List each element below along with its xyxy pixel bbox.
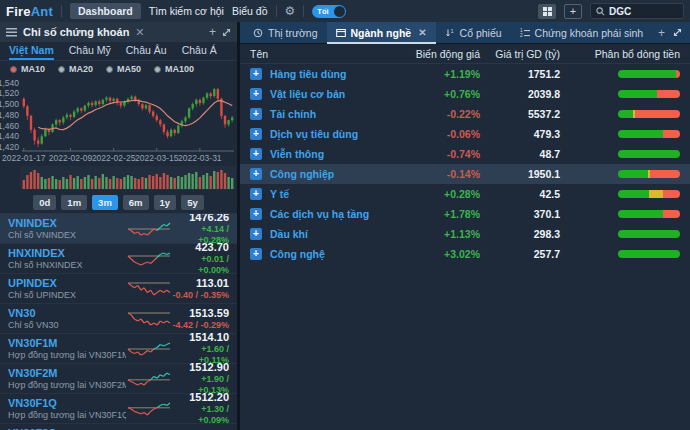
close-tab-icon[interactable]: ✕ xyxy=(418,27,426,38)
fireant-logo[interactable]: FireAnt xyxy=(6,4,53,19)
nav-dashboard-button[interactable]: Dashboard xyxy=(70,3,141,19)
sector-trade-value: 5537.2 xyxy=(480,108,560,120)
market-tab-ngành-nghề[interactable]: Ngành nghề✕ xyxy=(327,22,436,44)
close-panel-icon[interactable]: ✕ xyxy=(135,27,144,38)
expand-plus-icon[interactable]: + xyxy=(250,128,262,140)
index-name: VNINDEX xyxy=(8,217,126,230)
index-list-item[interactable]: HNXINDEX Chỉ số HNXINDEX 423.70 +0.01 / … xyxy=(0,244,237,274)
legend-dot-icon xyxy=(154,66,161,73)
money-flow-bar xyxy=(618,150,680,158)
sector-row[interactable]: + Dịch vụ tiêu dùng -0.06% 479.3 xyxy=(240,124,690,144)
svg-text:1,460: 1,460 xyxy=(0,121,19,131)
ticker-search-box[interactable] xyxy=(590,3,684,19)
add-icon[interactable]: + xyxy=(209,26,216,38)
index-list-item[interactable]: UPINDEX Chỉ số UPINDEX 113.01 -0.40 / -0… xyxy=(0,274,237,304)
add-widget-button[interactable]: + xyxy=(564,4,582,19)
divider xyxy=(303,5,304,17)
sector-trade-value: 48.7 xyxy=(480,148,560,160)
market-tab-thị-trường[interactable]: Thị trường xyxy=(244,22,327,44)
region-tab-châu-mỹ[interactable]: Châu Mỹ xyxy=(69,42,111,60)
expand-plus-icon[interactable]: + xyxy=(250,168,262,180)
svg-text:1,480: 1,480 xyxy=(0,110,19,120)
expand-plus-icon[interactable]: + xyxy=(250,208,262,220)
expand-plus-icon[interactable]: + xyxy=(250,68,262,80)
column-header-price-change[interactable]: Biến động giá xyxy=(395,48,480,60)
market-tab-cổ-phiếu[interactable]: 1Cổ phiếu xyxy=(436,22,511,44)
svg-text:1,520: 1,520 xyxy=(0,88,19,98)
search-icon xyxy=(596,7,605,16)
index-list-item[interactable]: VN30 Chỉ số VN30 1513.59 -4.42 / -0.29% xyxy=(0,304,237,334)
settings-gear-icon[interactable]: ⚙ xyxy=(285,5,296,17)
index-description: Chỉ số HNXINDEX xyxy=(8,260,126,271)
sector-row[interactable]: + Viễn thông -0.74% 48.7 xyxy=(240,144,690,164)
column-header-name[interactable]: Tên xyxy=(250,48,395,60)
legend-item[interactable]: MA10 xyxy=(10,64,45,74)
candlestick-chart[interactable]: 1,5401,5201,5001,4801,4601,4401,420 xyxy=(0,77,237,153)
legend-item[interactable]: MA100 xyxy=(154,64,194,74)
range-button-0d[interactable]: 0d xyxy=(33,195,56,210)
column-header-trade-value[interactable]: Giá trị GD (tỷ) xyxy=(480,48,560,60)
legend-item[interactable]: MA20 xyxy=(58,64,93,74)
dark-mode-toggle[interactable]: Tối xyxy=(312,5,346,18)
tab-label: Ngành nghề xyxy=(351,27,412,39)
range-button-5y[interactable]: 5y xyxy=(181,195,204,210)
expand-icon[interactable] xyxy=(222,28,231,37)
sector-price-change: -0.22% xyxy=(395,108,480,120)
sector-row[interactable]: + Công nghệ +3.02% 257.7 xyxy=(240,244,690,264)
sector-row[interactable]: + Vật liệu cơ bản +0.76% 2039.8 xyxy=(240,84,690,104)
x-axis-tick-label: 2022-03-15 xyxy=(135,153,178,163)
region-tab-việt-nam[interactable]: Việt Nam xyxy=(9,42,54,60)
index-price: 1512.20 xyxy=(172,391,229,404)
divider xyxy=(276,5,277,17)
expand-plus-icon[interactable]: + xyxy=(250,148,262,160)
money-flow-bar xyxy=(618,110,680,118)
sector-row[interactable]: + Dầu khí +1.13% 298.3 xyxy=(240,224,690,244)
menu-icon[interactable] xyxy=(6,28,17,37)
tab-label: Chứng khoán phái sinh xyxy=(535,27,644,39)
nav-find-opportunities-button[interactable]: Tìm kiếm cơ hội xyxy=(149,5,224,17)
sector-row[interactable]: + Các dịch vụ hạ tầng +1.78% 370.1 xyxy=(240,204,690,224)
search-input[interactable] xyxy=(609,6,678,17)
legend-item[interactable]: MA50 xyxy=(106,64,141,74)
index-list-item[interactable]: VN30F2M Hợp đồng tương lai VN30F2M 1512.… xyxy=(0,364,237,394)
svg-text:2: 2 xyxy=(520,33,523,38)
index-list-item[interactable]: VNINDEX Chỉ số VNINDEX 1476.26 +4.14 / +… xyxy=(0,214,237,244)
tab-label: Cổ phiếu xyxy=(460,27,502,39)
legend-label: MA100 xyxy=(165,64,194,74)
sector-row[interactable]: + Tài chính -0.22% 5537.2 xyxy=(240,104,690,124)
index-list-item[interactable]: VN30F1M Hợp đồng tương lai VN30F1M 1514.… xyxy=(0,334,237,364)
region-tab-châu-âu[interactable]: Châu Âu xyxy=(126,42,167,60)
sector-table-header: Tên Biến động giá Giá trị GD (tỷ) Phân b… xyxy=(240,44,690,64)
toggle-knob xyxy=(334,6,345,17)
index-name: VN30F2M xyxy=(8,367,126,380)
expand-icon[interactable] xyxy=(673,27,682,39)
range-button-1y[interactable]: 1y xyxy=(154,195,177,210)
sector-row[interactable]: + Y tế +0.28% 42.5 xyxy=(240,184,690,204)
indices-panel-header: Chỉ số chứng khoán ✕ + xyxy=(0,22,237,42)
top-navigation-bar: FireAnt Dashboard Tìm kiếm cơ hội Biểu đ… xyxy=(0,0,690,22)
add-tab-icon[interactable]: + xyxy=(658,27,665,39)
expand-plus-icon[interactable]: + xyxy=(250,88,262,100)
expand-plus-icon[interactable]: + xyxy=(250,248,262,260)
range-button-6m[interactable]: 6m xyxy=(123,195,149,210)
sector-name: Hàng tiêu dùng xyxy=(270,68,346,80)
column-header-money-flow[interactable]: Phân bổ dòng tiền xyxy=(560,48,680,60)
sector-trade-value: 2039.8 xyxy=(480,88,560,100)
sector-row[interactable]: + Hàng tiêu dùng +1.19% 1751.2 xyxy=(240,64,690,84)
sector-name: Tài chính xyxy=(270,108,316,120)
range-button-3m[interactable]: 3m xyxy=(92,195,118,210)
expand-plus-icon[interactable]: + xyxy=(250,228,262,240)
nav-charts-button[interactable]: Biểu đồ xyxy=(232,5,268,17)
index-sparkline xyxy=(126,370,172,388)
expand-plus-icon[interactable]: + xyxy=(250,188,262,200)
sector-trade-value: 257.7 xyxy=(480,248,560,260)
expand-plus-icon[interactable]: + xyxy=(250,108,262,120)
sector-row[interactable]: + Công nghiệp -0.14% 1950.1 xyxy=(240,164,690,184)
layout-grid-button[interactable] xyxy=(538,4,556,19)
sector-name: Công nghệ xyxy=(270,248,325,260)
range-button-1m[interactable]: 1m xyxy=(61,195,87,210)
sector-name: Dầu khí xyxy=(270,228,308,240)
market-tab-chứng-khoán-phái-sinh[interactable]: 12Chứng khoán phái sinh xyxy=(511,22,653,44)
region-tab-châu-á[interactable]: Châu Á xyxy=(182,42,217,60)
index-list-item[interactable]: VN30F1Q Hợp đồng tương lai VN30F1Q 1512.… xyxy=(0,394,237,424)
